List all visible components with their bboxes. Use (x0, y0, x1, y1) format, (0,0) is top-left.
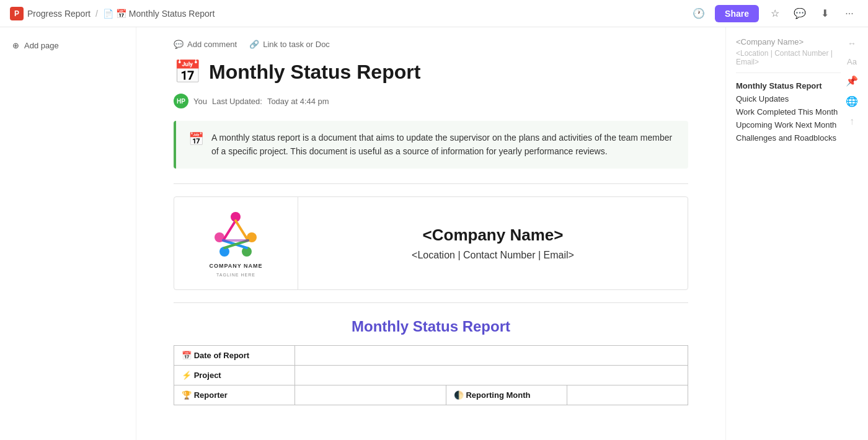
logo-company-name: COMPANY NAME (209, 263, 262, 269)
content-area: 💬 Add comment 🔗 Link to task or Doc 📅 Mo… (136, 27, 725, 440)
logo-tagline: TAGLINE HERE (216, 273, 255, 277)
sidebar-nav-monthly-status[interactable]: Monthly Status Report (736, 79, 841, 92)
company-name: <Company Name> (423, 226, 564, 245)
right-sidebar-top: <Company Name> <Location | Contact Numbe… (736, 37, 858, 144)
font-size-icon[interactable]: Aa (847, 57, 857, 66)
chat-icon-btn[interactable]: 💬 (791, 5, 808, 22)
right-sidebar: <Company Name> <Location | Contact Numbe… (725, 27, 868, 440)
link-task-btn[interactable]: 🔗 Link to task or Doc (249, 40, 330, 49)
main-layout: ⊕ Add page 💬 Add comment 🔗 Link to task … (0, 27, 868, 440)
link-icon: 🔗 (249, 40, 259, 49)
table-row: 🏆 Reporter 🌓 Reporting Month (174, 385, 688, 405)
sidebar-company-name: <Company Name> (736, 37, 841, 46)
last-updated-value: Today at 4:44 pm (267, 97, 329, 106)
reporter-icon: 🏆 (182, 390, 192, 400)
company-logo: COMPANY NAME TAGLINE HERE (209, 209, 262, 277)
star-icon-btn[interactable]: ☆ (766, 5, 784, 22)
reporting-month-icon: 🌓 (454, 390, 464, 400)
report-table: 📅 Date of Report ⚡ Project (174, 345, 688, 405)
right-sidebar-content: <Company Name> <Location | Contact Numbe… (736, 37, 841, 144)
action-bar: 💬 Add comment 🔗 Link to task or Doc (174, 40, 688, 49)
page-title: Monthly Status Report (209, 61, 420, 84)
breadcrumb-current[interactable]: 📄 📅 Monthly Status Report (103, 9, 215, 19)
reporting-month-value[interactable] (567, 385, 688, 405)
author-name: You (193, 97, 207, 106)
date-of-report-label: 📅 Date of Report (174, 345, 295, 365)
sidebar-nav-quick-updates[interactable]: Quick Updates (736, 92, 841, 105)
clock-icon-btn[interactable]: 🕐 (690, 5, 707, 22)
callout-text: A monthly status report is a document th… (211, 131, 676, 159)
left-sidebar: ⊕ Add page (0, 27, 136, 440)
last-updated-label: Last Updated: (212, 97, 262, 106)
breadcrumb: P Progress Report / 📄 📅 Monthly Status R… (10, 7, 215, 20)
sidebar-location: <Location | Contact Number | Email> (736, 49, 841, 73)
sidebar-nav-work-completed[interactable]: Work Completed This Month (736, 105, 841, 118)
divider-1 (174, 183, 688, 184)
breadcrumb-separator: / (95, 9, 98, 19)
project-value[interactable] (295, 365, 688, 385)
callout-icon: 📅 (188, 131, 204, 146)
date-icon: 📅 (182, 351, 192, 360)
page-title-icon: 📅 (174, 59, 202, 85)
upload-icon[interactable]: ↑ (849, 116, 854, 127)
reporting-month-label: 🌓 Reporting Month (446, 385, 567, 405)
project-icon: ⚡ (182, 371, 192, 380)
top-bar: P Progress Report / 📄 📅 Monthly Status R… (0, 0, 868, 27)
project-label: ⚡ Project (174, 365, 295, 385)
sidebar-nav-challenges[interactable]: Challenges and Roadblocks (736, 131, 841, 144)
share-tree-icon[interactable]: 🌐 (846, 95, 858, 107)
company-logo-area: COMPANY NAME TAGLINE HERE (174, 197, 298, 289)
top-bar-right: 🕐 Share ☆ 💬 ⬇ ··· (690, 5, 858, 22)
add-comment-icon: 💬 (174, 40, 184, 49)
pin-icon[interactable]: 📌 (846, 75, 858, 87)
app-icon: P (10, 7, 24, 20)
company-details: <Location | Contact Number | Email> (412, 250, 574, 261)
divider-2 (174, 302, 688, 303)
reporter-value[interactable] (295, 385, 446, 405)
table-row: ⚡ Project (174, 365, 688, 385)
avatar: HP (174, 94, 188, 108)
date-of-report-value[interactable] (295, 345, 688, 365)
reporter-label: 🏆 Reporter (174, 385, 295, 405)
section-title: Monthly Status Report (174, 318, 688, 335)
doc-emoji-icon: 📅 (116, 9, 126, 19)
svg-line-5 (223, 221, 236, 240)
breadcrumb-app[interactable]: Progress Report (27, 9, 91, 19)
collapse-sidebar-icon[interactable]: ↔ (848, 38, 856, 48)
company-info: <Company Name> <Location | Contact Numbe… (298, 197, 688, 289)
callout-block: 📅 A monthly status report is a document … (174, 121, 688, 169)
doc-type-icon: 📄 (103, 9, 113, 19)
add-page-button[interactable]: ⊕ Add page (7, 37, 128, 54)
share-button[interactable]: Share (715, 5, 759, 22)
add-page-icon: ⊕ (12, 41, 19, 50)
page-title-row: 📅 Monthly Status Report (174, 59, 688, 85)
sidebar-nav-upcoming-work[interactable]: Upcoming Work Next Month (736, 118, 841, 131)
meta-row: HP You Last Updated: Today at 4:44 pm (174, 94, 688, 108)
svg-line-6 (236, 221, 248, 240)
company-card: COMPANY NAME TAGLINE HERE <Company Name>… (174, 196, 688, 290)
more-options-btn[interactable]: ··· (841, 5, 858, 22)
download-icon-btn[interactable]: ⬇ (816, 5, 833, 22)
table-row: 📅 Date of Report (174, 345, 688, 365)
add-comment-btn[interactable]: 💬 Add comment (174, 40, 237, 49)
